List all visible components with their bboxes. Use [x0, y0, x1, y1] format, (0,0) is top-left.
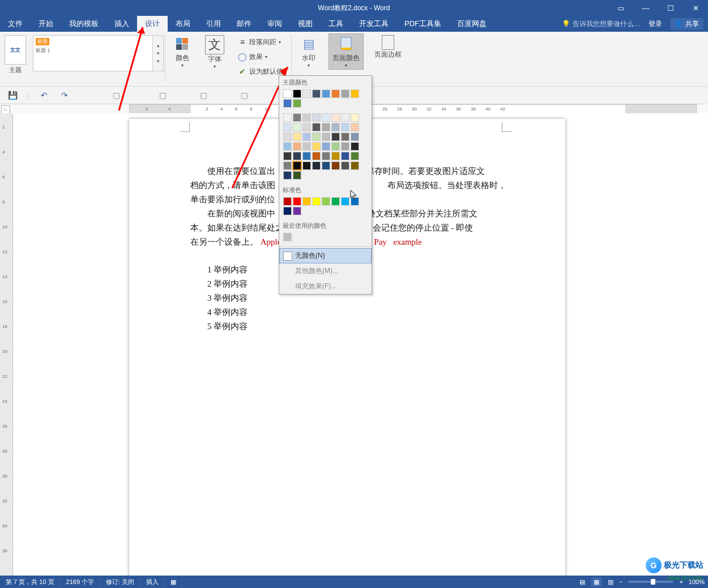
color-swatch[interactable]	[331, 152, 340, 160]
color-swatch[interactable]	[293, 161, 301, 170]
status-macro-icon[interactable]: ▦	[165, 576, 182, 588]
tab-file[interactable]: 文件	[0, 16, 31, 32]
color-swatch[interactable]	[312, 123, 321, 131]
color-swatch[interactable]	[341, 142, 349, 151]
ribbon-display-icon[interactable]: ▭	[608, 0, 633, 16]
zoom-slider[interactable]	[628, 581, 673, 583]
view-read-icon[interactable]: ▤	[579, 578, 585, 586]
color-swatch[interactable]	[293, 99, 301, 108]
color-swatch[interactable]	[331, 197, 340, 206]
status-insert[interactable]: 插入	[140, 576, 165, 588]
color-swatch[interactable]	[302, 90, 311, 98]
color-swatch[interactable]	[283, 171, 292, 180]
color-swatch[interactable]	[302, 133, 311, 141]
status-page[interactable]: 第 7 页，共 10 页	[0, 576, 61, 588]
save-button[interactable]: 💾	[7, 90, 18, 101]
color-swatch[interactable]	[293, 171, 301, 180]
paragraph-spacing-button[interactable]: ≡段落间距 ▾	[236, 35, 283, 49]
tab-design[interactable]: 设计	[137, 16, 168, 32]
tab-mailings[interactable]: 邮件	[229, 16, 259, 32]
color-swatch[interactable]	[351, 152, 359, 160]
gallery-more-button[interactable]: ▴▾▾	[153, 35, 164, 71]
tab-tools[interactable]: 工具	[321, 16, 351, 32]
login-link[interactable]: 登录	[649, 19, 662, 29]
color-swatch[interactable]	[283, 152, 292, 160]
style-gallery[interactable]: 标题 标题 1	[33, 35, 153, 71]
minimize-icon[interactable]: —	[633, 0, 658, 16]
tab-home[interactable]: 开始	[31, 16, 61, 32]
color-swatch[interactable]	[341, 90, 349, 98]
color-swatch[interactable]	[341, 113, 349, 122]
color-swatch[interactable]	[351, 142, 359, 151]
color-swatch[interactable]	[283, 207, 292, 215]
color-swatch[interactable]	[331, 123, 340, 131]
color-swatch[interactable]	[322, 161, 330, 170]
effects-button[interactable]: ◯效果 ▾	[236, 50, 270, 63]
color-swatch[interactable]	[312, 90, 321, 98]
undo-button[interactable]: ↶	[39, 90, 50, 101]
close-icon[interactable]: ✕	[683, 0, 708, 16]
color-swatch[interactable]	[331, 113, 340, 122]
color-swatch[interactable]	[331, 133, 340, 141]
color-swatch[interactable]	[341, 161, 349, 170]
color-swatch[interactable]	[302, 161, 311, 170]
vertical-ruler[interactable]: 24681012141618202224262830323436	[0, 113, 13, 576]
tab-pdf[interactable]: PDF工具集	[396, 16, 449, 32]
color-swatch[interactable]	[302, 123, 311, 131]
set-default-button[interactable]: ✔设为默认值	[236, 65, 285, 78]
color-swatch[interactable]	[283, 99, 292, 108]
color-swatch[interactable]	[351, 161, 359, 170]
color-swatch[interactable]	[331, 161, 340, 170]
color-swatch[interactable]	[283, 133, 292, 141]
tab-baidu[interactable]: 百度网盘	[449, 16, 494, 32]
color-swatch[interactable]	[322, 133, 330, 141]
tab-insert[interactable]: 插入	[106, 16, 137, 32]
color-swatch[interactable]	[302, 197, 311, 206]
color-swatch[interactable]	[293, 152, 301, 160]
color-swatch[interactable]	[302, 142, 311, 151]
tab-references[interactable]: 引用	[198, 16, 229, 32]
color-swatch[interactable]	[283, 197, 292, 206]
zoom-out-button[interactable]: −	[619, 578, 622, 585]
color-swatch[interactable]	[312, 197, 321, 206]
color-swatch[interactable]	[312, 152, 321, 160]
color-swatch[interactable]	[293, 207, 301, 215]
qat-icon-4[interactable]: ▢	[239, 90, 250, 101]
color-swatch[interactable]	[293, 123, 301, 131]
color-swatch[interactable]	[283, 233, 292, 241]
color-swatch[interactable]	[293, 142, 301, 151]
color-swatch[interactable]	[283, 113, 292, 122]
color-swatch[interactable]	[341, 152, 349, 160]
status-words[interactable]: 2169 个字	[61, 576, 101, 588]
color-swatch[interactable]	[312, 142, 321, 151]
color-swatch[interactable]	[331, 142, 340, 151]
more-colors-item[interactable]: 其他颜色(M)...	[279, 263, 372, 279]
share-button[interactable]: 👤共享	[670, 18, 703, 30]
tab-layout[interactable]: 布局	[168, 16, 198, 32]
color-swatch[interactable]	[312, 113, 321, 122]
color-swatch[interactable]	[351, 113, 359, 122]
fill-effects-item[interactable]: 填充效果(F)...	[279, 279, 372, 294]
color-swatch[interactable]	[322, 152, 330, 160]
color-swatch[interactable]	[293, 133, 301, 141]
color-swatch[interactable]	[322, 113, 330, 122]
color-swatch[interactable]	[322, 197, 330, 206]
tab-templates[interactable]: 我的模板	[61, 16, 106, 32]
colors-button[interactable]: 颜色▾	[171, 34, 194, 69]
color-swatch[interactable]	[293, 113, 301, 122]
view-web-icon[interactable]: ▥	[608, 578, 613, 586]
color-swatch[interactable]	[351, 123, 359, 131]
color-swatch[interactable]	[322, 142, 330, 151]
color-swatch[interactable]	[331, 90, 340, 98]
color-swatch[interactable]	[283, 90, 292, 98]
color-swatch[interactable]	[283, 142, 292, 151]
color-swatch[interactable]	[341, 133, 349, 141]
color-swatch[interactable]	[283, 161, 292, 170]
tab-developer[interactable]: 开发工具	[351, 16, 396, 32]
color-swatch[interactable]	[341, 123, 349, 131]
color-swatch[interactable]	[302, 152, 311, 160]
color-swatch[interactable]	[302, 113, 311, 122]
watermark-button[interactable]: ▤ 水印▾	[297, 34, 320, 69]
qat-icon-2[interactable]: ▢	[157, 90, 169, 101]
page-color-button[interactable]: 页面颜色▾	[329, 34, 363, 69]
